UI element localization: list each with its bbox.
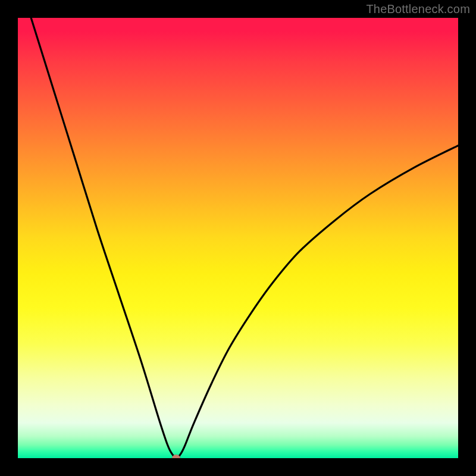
bottleneck-curve (31, 18, 458, 458)
watermark-text: TheBottleneck.com (366, 2, 470, 16)
curve-svg (18, 18, 458, 458)
plot-area (18, 18, 458, 458)
chart-frame: TheBottleneck.com (0, 0, 476, 476)
optimal-point-marker (172, 455, 180, 458)
